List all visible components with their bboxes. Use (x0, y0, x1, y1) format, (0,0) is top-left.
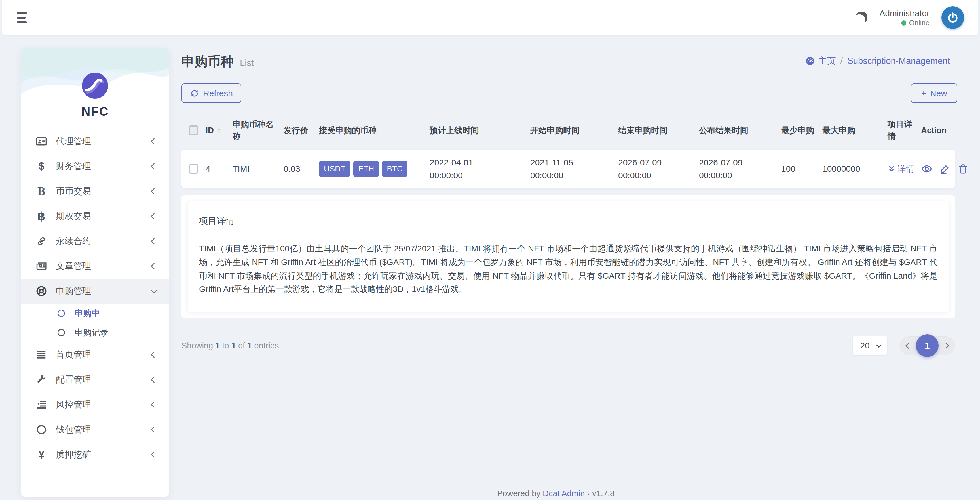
sidebar-item-spot-trading[interactable]: B 币币交易 (21, 179, 169, 204)
cell-name: TIMI (232, 162, 283, 175)
sidebar-toggle-button[interactable] (17, 12, 30, 23)
chevron-left-icon (151, 427, 158, 433)
top-navbar: Administrator Online (2, 0, 978, 35)
sidebar-item-label: 质押挖矿 (56, 449, 91, 460)
footer: Powered by Dcat Admin · v1.7.8 (181, 489, 930, 498)
online-label: Online (909, 18, 929, 27)
cell-id: 4 (205, 162, 232, 175)
wrench-icon (35, 374, 47, 386)
sidebar-subitem-subscribing[interactable]: 申购中 (21, 304, 169, 323)
cell-accepted: USDT ETH BTC (319, 161, 430, 177)
app-root: Administrator Online (0, 0, 980, 500)
user-name: Administrator (879, 8, 929, 19)
breadcrumb-current-link[interactable]: Subscription-Management (847, 56, 950, 66)
select-all-checkbox[interactable] (189, 125, 199, 135)
dcat-admin-link[interactable]: Dcat Admin (543, 489, 585, 498)
currency-badge: BTC (382, 161, 407, 177)
power-icon (946, 11, 959, 24)
detail-card: 项目详情 TIMI（项目总发行量100亿）由土耳其的一个团队于 25/07/20… (181, 195, 955, 318)
sidebar-item-config-management[interactable]: 配置管理 (21, 367, 169, 392)
dollar-icon: $ (35, 160, 47, 172)
sidebar-item-finance-management[interactable]: $ 财务管理 (21, 154, 169, 179)
chevron-left-icon (151, 238, 158, 244)
sidebar-subitem-label: 申购记录 (75, 327, 108, 339)
sidebar-item-risk-management[interactable]: 风控管理 (21, 392, 169, 417)
showing-entries-text: Showing 1 to 1 of 1 entries (181, 341, 279, 350)
currency-badge: ETH (353, 161, 379, 177)
detail-expand-link[interactable]: 详情 (888, 164, 914, 173)
sidebar-item-label: 钱包管理 (56, 424, 91, 436)
cell-end-time: 2026-07-0900:00:00 (618, 156, 699, 182)
sidebar-item-article-management[interactable]: 文章管理 (21, 254, 169, 279)
chevron-left-icon (151, 377, 158, 383)
refresh-icon (190, 89, 199, 98)
chevron-left-icon (151, 263, 158, 270)
online-dot-icon (901, 21, 906, 26)
sidebar-item-wallet-management[interactable]: 钱包管理 (21, 417, 169, 442)
dashboard-gauge-icon (805, 56, 815, 66)
breadcrumb-home-link[interactable]: 主页 (805, 55, 836, 67)
sidebar-item-perpetual-contract[interactable]: 永续合约 (21, 229, 169, 254)
sidebar: NFC 代理管理 $ 财务管理 B 币币交易 ฿ (21, 48, 169, 497)
chain-link-icon (35, 235, 47, 247)
yen-icon: ¥ (35, 449, 47, 460)
new-button[interactable]: + New (911, 83, 957, 103)
bars-icon (35, 349, 47, 361)
sidebar-subitem-subscription-records[interactable]: 申购记录 (21, 323, 169, 342)
column-header-accepted: 接受申购的币种 (319, 124, 430, 136)
chevron-left-icon (151, 351, 158, 358)
sidebar-item-label: 申购管理 (56, 285, 91, 297)
cell-expected-online: 2022-04-0100:00:00 (430, 156, 530, 182)
page-title: 申购币种 (181, 53, 234, 70)
edit-icon[interactable] (939, 163, 950, 174)
sidebar-item-label: 币币交易 (56, 185, 91, 197)
view-icon[interactable] (921, 163, 932, 174)
user-avatar[interactable] (942, 6, 964, 29)
letter-b-icon: B (35, 185, 47, 197)
sidebar-item-options-trading[interactable]: ฿ 期权交易 (21, 204, 169, 229)
sidebar-item-staking-mining[interactable]: ¥ 质押挖矿 (21, 442, 169, 467)
id-card-icon (35, 135, 47, 147)
chevron-left-icon (151, 452, 158, 458)
outdent-list-icon (35, 399, 47, 411)
column-header-max: 最大申购 (822, 124, 888, 136)
version-label: v1.7.8 (592, 489, 614, 498)
sidebar-item-homepage-management[interactable]: 首页管理 (21, 342, 169, 367)
sidebar-item-agent-management[interactable]: 代理管理 (21, 129, 169, 154)
cell-max: 10000000 (822, 162, 888, 175)
cell-price: 0.03 (283, 162, 319, 175)
next-page-button[interactable] (943, 343, 949, 349)
circle-icon (57, 329, 65, 336)
sidebar-item-label: 永续合约 (56, 235, 91, 247)
column-header-action: Action (921, 124, 955, 136)
current-page-button[interactable]: 1 (916, 334, 939, 357)
delete-icon[interactable] (957, 163, 969, 174)
chevron-double-down-icon (888, 165, 896, 173)
per-page-select[interactable]: 20 (853, 336, 887, 355)
plus-icon: + (921, 88, 926, 98)
column-header-start-time: 开始申购时间 (530, 124, 618, 136)
column-header-publish-time: 公布结果时间 (699, 124, 781, 136)
currency-badge: USDT (319, 161, 350, 177)
sidebar-item-subscription-management[interactable]: 申购管理 (21, 279, 169, 304)
main-content: 申购币种 List 主页 / Subscription-Management (181, 35, 961, 500)
column-header-end-time: 结束申购时间 (618, 124, 699, 136)
cell-min: 100 (781, 162, 822, 175)
pager: 1 (899, 336, 955, 355)
refresh-button[interactable]: Refresh (181, 83, 241, 103)
chevron-left-icon (151, 138, 158, 145)
row-actions (921, 163, 951, 174)
column-header-detail: 项目详情 (888, 118, 921, 142)
dark-mode-toggle-icon[interactable] (854, 10, 869, 25)
life-ring-icon (35, 285, 47, 297)
user-info[interactable]: Administrator Online (879, 8, 929, 27)
column-header-id[interactable]: ID↑ (205, 124, 232, 136)
chevron-left-icon (151, 213, 158, 220)
row-checkbox[interactable] (189, 164, 199, 174)
sidebar-item-label: 风控管理 (56, 399, 91, 411)
sidebar-subitem-label: 申购中 (75, 308, 100, 319)
sidebar-item-label: 文章管理 (56, 260, 91, 272)
previous-page-button[interactable] (905, 343, 912, 349)
sidebar-item-label: 首页管理 (56, 349, 91, 361)
sidebar-item-label: 财务管理 (56, 160, 91, 172)
